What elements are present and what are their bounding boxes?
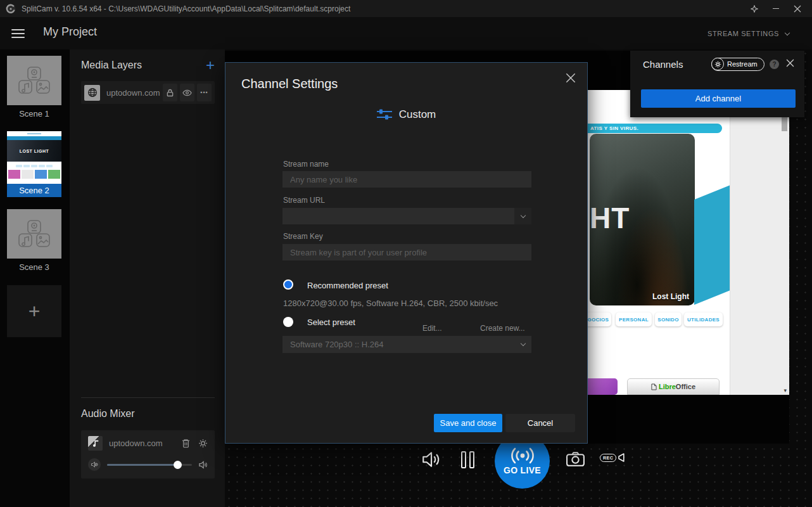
add-channel-button[interactable]: Add channel (641, 89, 796, 108)
scene-1[interactable]: Scene 1 (7, 56, 61, 119)
lock-icon (167, 89, 174, 97)
category-chip: PERSONAL (616, 312, 652, 326)
rec-label: REC (600, 454, 616, 462)
scene-1-thumbnail[interactable] (7, 56, 61, 105)
preset-select-arrow (514, 337, 531, 353)
add-layer-button[interactable]: + (206, 59, 215, 72)
audio-mixer-title: Audio Mixer (81, 408, 134, 420)
scene-3[interactable]: Scene 3 (7, 209, 61, 272)
channel-type-label: Custom (399, 108, 436, 121)
preset-select[interactable]: Software 720p30 :: H.264 (282, 336, 531, 353)
stream-url-field (282, 208, 531, 224)
category-chip: UTILIDADES (684, 312, 723, 326)
gear-icon (198, 439, 208, 448)
thumb-webpage-header (7, 131, 61, 136)
titlebar: SplitCam v. 10.6.54 x64 - C:\Users\WDAGU… (0, 0, 812, 17)
close-icon (566, 73, 576, 83)
volume-slider-fill (107, 464, 177, 466)
scenes-sidebar: Scene 1 LOST LIGHT Scene 2 Scen (0, 49, 70, 507)
layer-visibility-button[interactable] (180, 84, 194, 101)
stream-name-input[interactable] (282, 171, 531, 188)
scene-2[interactable]: LOST LIGHT Scene 2 (7, 131, 61, 197)
stream-url-input[interactable] (282, 208, 514, 224)
create-preset-link[interactable]: Create new... (480, 324, 525, 333)
delete-audio-button[interactable] (182, 439, 190, 448)
record-camera-icon (617, 452, 625, 463)
restream-label: Restream (727, 60, 758, 68)
splitcam-logo-icon (6, 4, 16, 14)
category-chip: SONIDO (655, 312, 682, 326)
stream-settings-label: STREAM SETTINGS (707, 30, 779, 37)
channel-settings-modal: Channel Settings Custom Stream name Stre… (225, 62, 588, 444)
modal-title: Channel Settings (241, 77, 338, 91)
camera-icon (566, 451, 585, 468)
channels-close-button[interactable] (786, 58, 794, 70)
project-title: My Project (43, 25, 97, 39)
scene-2-thumbnail[interactable]: LOST LIGHT (7, 131, 61, 184)
pause-icon (461, 451, 466, 468)
scene-3-thumbnail[interactable] (7, 209, 61, 259)
eye-icon (182, 89, 192, 96)
audio-settings-button[interactable] (198, 439, 208, 448)
game-caption: Lost Light (652, 292, 689, 301)
cancel-button[interactable]: Cancel (505, 414, 575, 432)
stream-url-label: Stream URL (283, 196, 325, 205)
snapshot-button[interactable] (566, 451, 585, 470)
stream-url-dropdown-button[interactable] (514, 208, 531, 224)
recommended-preset-description: 1280x720@30.00 fps, Software H.264, CBR,… (283, 298, 498, 308)
speaker-icon (421, 449, 441, 470)
restream-button[interactable]: Restream (711, 58, 764, 71)
plus-icon: + (29, 300, 41, 323)
menu-button[interactable] (11, 29, 25, 38)
libreoffice-card: LibreOffice (627, 378, 720, 395)
webpage-scrollbar-thumb (782, 115, 787, 131)
close-window-button[interactable] (787, 0, 808, 17)
panel-divider (81, 397, 215, 398)
app-header: My Project STREAM SETTINGS (0, 17, 812, 49)
audio-mixer-item: uptodown.com (81, 430, 215, 478)
trash-icon (182, 439, 190, 448)
preset-select-value: Software 720p30 :: H.264 (282, 340, 514, 349)
layer-more-button[interactable]: ••• (197, 84, 212, 101)
close-icon (786, 59, 794, 67)
layer-lock-button[interactable] (163, 84, 177, 101)
hero-title-fragment: HT (590, 201, 630, 235)
add-scene-button[interactable]: + (7, 285, 61, 337)
select-preset-label: Select preset (307, 318, 355, 327)
scene-2-label: Scene 2 (7, 184, 61, 197)
volume-max-icon (198, 460, 208, 470)
stream-settings-dropdown[interactable]: STREAM SETTINGS (707, 30, 789, 37)
pin-icon (751, 5, 758, 13)
recommended-preset-radio[interactable] (283, 279, 293, 290)
pin-on-top-button[interactable] (744, 0, 765, 17)
stream-key-input[interactable] (282, 244, 531, 260)
stream-name-label: Stream name (283, 160, 329, 169)
webpage-capture-layer: ATIS Y SIN VIRUS. HT Lost Light EGOCIOS … (588, 90, 789, 395)
volume-slider[interactable] (107, 464, 192, 466)
media-layers-title: Media Layers (81, 60, 142, 71)
close-icon (794, 5, 801, 13)
master-volume-button[interactable] (421, 449, 441, 472)
layer-name: uptodown.com (106, 88, 160, 98)
pause-button[interactable] (461, 451, 474, 468)
minimize-icon (773, 8, 779, 9)
app-tile-graphic (588, 378, 618, 395)
thumb-game-banner: LOST LIGHT (7, 140, 61, 162)
game-hero-image: HT Lost Light (590, 134, 695, 305)
scene-1-label: Scene 1 (7, 109, 61, 119)
document-icon (651, 383, 657, 390)
stream-key-label: Stream Key (283, 232, 323, 241)
minimize-button[interactable] (765, 0, 787, 17)
volume-slider-knob[interactable] (174, 461, 182, 469)
save-and-close-button[interactable]: Save and close (434, 414, 502, 432)
layer-row-uptodown[interactable]: uptodown.com ••• (81, 81, 215, 104)
record-button[interactable]: REC (600, 452, 625, 463)
broadcast-icon (508, 447, 537, 464)
edit-preset-link[interactable]: Edit... (422, 324, 442, 333)
scene-3-label: Scene 3 (7, 262, 61, 272)
modal-close-button[interactable] (563, 70, 578, 88)
select-preset-radio[interactable] (283, 317, 293, 327)
webpage-banner: ATIS Y SIN VIRUS. (588, 124, 722, 133)
help-button[interactable]: ? (770, 60, 779, 69)
mute-button[interactable] (88, 458, 101, 471)
